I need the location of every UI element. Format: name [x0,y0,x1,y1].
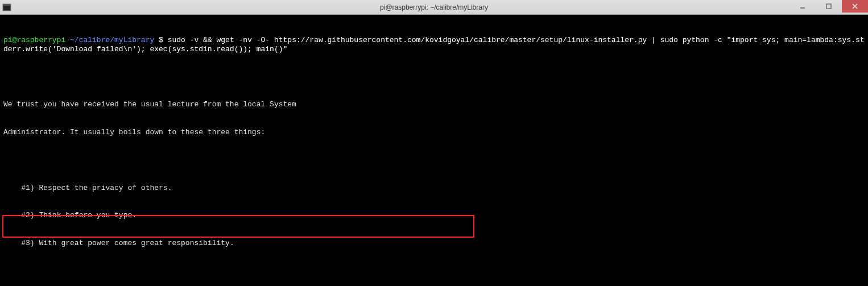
blank-line [3,267,865,276]
lecture-item-3: #3) With great power comes great respons… [3,239,865,248]
titlebar: pi@raspberrypi: ~/calibre/myLibrary [0,0,868,15]
lecture-item-2: #2) Think before you type. [3,211,865,220]
terminal-area[interactable]: pi@raspberrypi ~/calibre/myLibrary $ sud… [0,15,868,286]
window-controls [790,0,868,13]
minimize-button[interactable] [790,0,816,13]
terminal-window: pi@raspberrypi: ~/calibre/myLibrary pi@r… [0,0,868,286]
prompt-path: ~/calibre/myLibrary [70,36,154,44]
lecture-line-1: We trust you have received the usual lec… [3,100,865,109]
app-icon [2,3,11,12]
maximize-button[interactable] [816,0,842,13]
prompt-line-1: pi@raspberrypi ~/calibre/myLibrary $ sud… [3,36,865,55]
blank-line [3,73,865,82]
svg-rect-3 [826,4,831,9]
blank-line [3,156,865,165]
window-title: pi@raspberrypi: ~/calibre/myLibrary [380,3,488,11]
prompt-user: pi@raspberrypi [3,36,65,44]
lecture-item-1: #1) Respect the privacy of others. [3,184,865,193]
close-button[interactable] [842,0,868,13]
svg-rect-1 [3,5,10,6]
prompt-symbol: $ [159,36,163,44]
lecture-line-2: Administrator. It usually boils down to … [3,128,865,137]
